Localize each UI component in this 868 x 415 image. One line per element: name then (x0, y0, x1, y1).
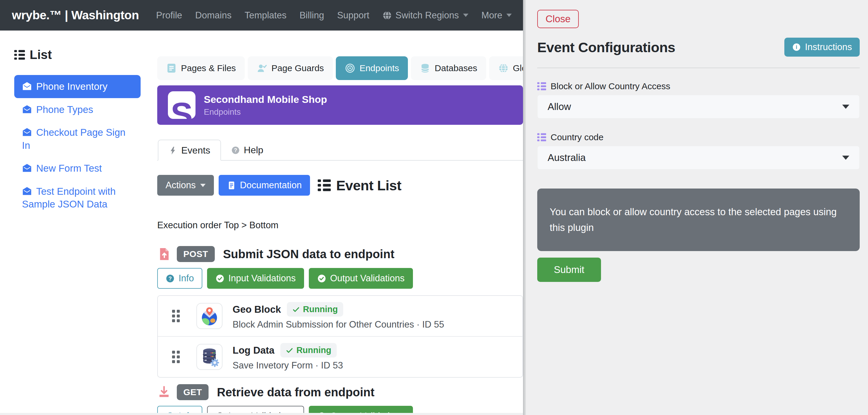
nav-item-more[interactable]: More (482, 10, 512, 21)
question-circle-icon: ? (165, 274, 175, 283)
country-code-field-label: Country code (537, 132, 860, 142)
instructions-button[interactable]: i Instructions (784, 38, 860, 57)
file-arrow-up-icon (157, 247, 171, 261)
sidebar-item-phone-types[interactable]: Phone Types (14, 98, 141, 121)
sidebar-item-label: Test Endpoint with Sample JSON Data (22, 186, 116, 210)
event-name: Geo Block (232, 304, 281, 315)
check-circle-icon (317, 412, 326, 413)
event-row-text: Geo Block Running Block Admin Submission… (232, 302, 444, 330)
tab-help[interactable]: ? Help (221, 140, 274, 160)
event-list-heading: Event List (318, 177, 401, 194)
nav-item-profile[interactable]: Profile (156, 10, 182, 21)
panel-header: Event Configurations i Instructions (537, 38, 860, 57)
check-icon (292, 306, 300, 313)
event-description: Block Admin Submission for Other Countri… (232, 319, 444, 330)
button-label: Input Validations (228, 273, 296, 284)
list-icon (537, 82, 546, 91)
get-info-button[interactable]: ? Info (157, 406, 202, 413)
event-description: Save Invetory Form · ID 53 (232, 360, 343, 371)
caret-down-icon (842, 105, 849, 109)
drag-handle-icon[interactable] (172, 310, 180, 322)
caret-down-icon (506, 14, 512, 17)
logo-letter: S (170, 98, 193, 119)
record-circle-icon (345, 63, 355, 73)
tab-label: Global Placeholders (513, 63, 523, 73)
sidebar-item-test-endpoint[interactable]: Test Endpoint with Sample JSON Data (14, 180, 141, 216)
close-button[interactable]: Close (537, 10, 579, 28)
select-value: Australia (548, 152, 842, 163)
block-allow-select[interactable]: Allow (537, 95, 860, 118)
sidebar-item-label: Phone Types (36, 104, 93, 115)
tab-page-guards[interactable]: Page Guards (248, 56, 333, 80)
button-label: Info (179, 411, 194, 413)
get-section-buttons: ? Info Input Validations Output Validati… (157, 406, 523, 413)
field-label-text: Block or Allow Country Access (551, 81, 671, 91)
get-method-badge: GET (177, 384, 209, 400)
nav-item-billing[interactable]: Billing (300, 10, 324, 21)
post-info-button[interactable]: ? Info (157, 268, 202, 289)
get-output-validations-button[interactable]: Output Validations (309, 406, 413, 413)
list-icon (14, 49, 25, 60)
documentation-button[interactable]: Documentation (219, 175, 310, 196)
app-region: wrybe.™ | Washington Profile Domains Tem… (0, 0, 523, 415)
tab-endpoints[interactable]: Endpoints (336, 56, 408, 80)
log-data-app-icon (196, 344, 222, 370)
endpoint-banner: S Secondhand Mobile Shop Endpoints (157, 85, 523, 125)
plus-circle-icon (215, 412, 224, 413)
banner-title: Secondhand Mobile Shop (204, 94, 327, 105)
country-code-select[interactable]: Australia (537, 146, 860, 170)
tab-databases[interactable]: Databases (411, 56, 486, 80)
endpoint-list: Phone Inventory Phone Types Checkout Pag… (14, 75, 141, 216)
top-navbar: wrybe.™ | Washington Profile Domains Tem… (0, 0, 523, 31)
banner-text: Secondhand Mobile Shop Endpoints (204, 94, 327, 117)
lightning-icon (168, 146, 177, 155)
sidebar: List Phone Inventory Phone Types Checkou… (0, 31, 157, 413)
person-check-icon (257, 63, 267, 73)
nav-item-templates[interactable]: Templates (244, 10, 286, 21)
post-output-validations-button[interactable]: Output Validations (309, 268, 413, 289)
globe-icon (382, 11, 392, 20)
button-label: Output Validations (330, 273, 405, 284)
actions-button[interactable]: Actions (157, 175, 214, 196)
more-label: More (482, 10, 502, 21)
post-input-validations-button[interactable]: Input Validations (207, 268, 304, 289)
sidebar-item-new-form-test[interactable]: New Form Test (14, 157, 141, 180)
select-value: Allow (548, 101, 842, 112)
sidebar-item-label: Phone Inventory (36, 81, 107, 92)
status-text: Running (297, 345, 331, 355)
event-name: Log Data (232, 345, 274, 356)
check-circle-icon (317, 274, 326, 283)
tab-label: Page Guards (272, 63, 324, 73)
geo-block-app-icon (196, 303, 222, 329)
globe-icon (498, 63, 509, 73)
sidebar-item-phone-inventory[interactable]: Phone Inventory (14, 75, 141, 98)
caret-down-icon (842, 155, 849, 160)
nav-item-support[interactable]: Support (337, 10, 369, 21)
panel-divider (523, 0, 526, 415)
envelope-open-icon (22, 186, 32, 196)
post-section-buttons: ? Info Input Validations Output Validati… (157, 268, 523, 289)
get-section-title: Retrieve data from endpoint (217, 386, 374, 399)
get-input-validations-button[interactable]: Input Validations (207, 406, 304, 413)
journal-icon (166, 63, 177, 73)
button-label: Output Validations (330, 411, 405, 413)
geo-map-icon (199, 305, 220, 327)
svg-text:i: i (796, 44, 797, 50)
tab-events[interactable]: Events (158, 140, 221, 161)
submit-button[interactable]: Submit (537, 257, 601, 282)
drag-handle-icon[interactable] (172, 351, 180, 363)
database-server-icon (199, 346, 220, 368)
tab-global-placeholders[interactable]: Global Placeholders (489, 56, 523, 80)
actions-label: Actions (165, 180, 196, 191)
documentation-label: Documentation (240, 180, 302, 191)
info-circle-icon: i (792, 43, 801, 51)
sidebar-item-checkout-page-sign-in[interactable]: Checkout Page Sign In (14, 121, 141, 157)
tab-pages-files[interactable]: Pages & Files (157, 56, 245, 80)
svg-text:?: ? (234, 147, 237, 153)
nav-item-domains[interactable]: Domains (195, 10, 231, 21)
svg-text:?: ? (168, 275, 172, 281)
panel-divider-line (537, 68, 860, 68)
sidebar-title: List (30, 48, 52, 62)
nav-item-switch-regions[interactable]: Switch Regions (382, 10, 468, 21)
brand-logo[interactable]: wrybe.™ | Washington (12, 8, 139, 22)
